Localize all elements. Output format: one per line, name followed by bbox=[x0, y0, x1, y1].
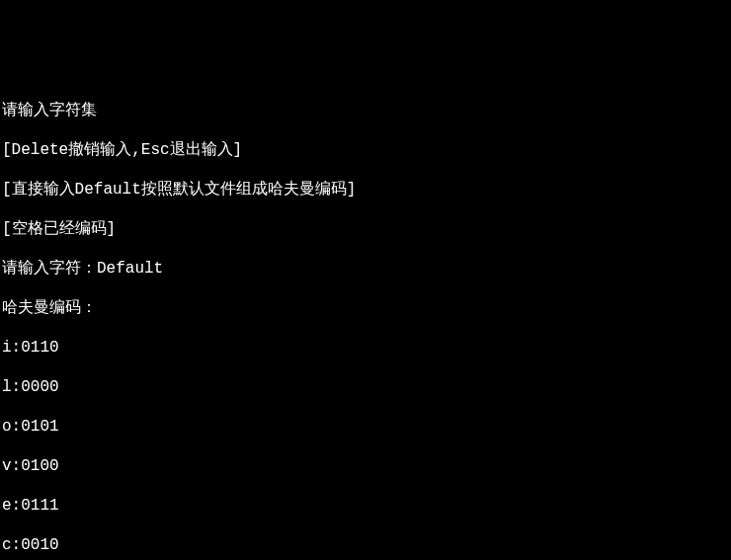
terminal-line: i:0110 bbox=[2, 338, 729, 358]
terminal-line: [Delete撤销输入,Esc退出输入] bbox=[2, 140, 729, 160]
terminal-line: l:0000 bbox=[2, 377, 729, 397]
terminal-line: 请输入字符集 bbox=[2, 101, 729, 120]
terminal-line: 请输入字符：Default bbox=[2, 259, 729, 279]
terminal-line: v:0100 bbox=[2, 456, 729, 476]
terminal-line: [直接输入Default按照默认文件组成哈夫曼编码] bbox=[2, 180, 729, 200]
terminal-line: e:0111 bbox=[2, 496, 729, 516]
terminal-line: 哈夫曼编码： bbox=[2, 298, 729, 318]
terminal-line: o:0101 bbox=[2, 417, 729, 437]
terminal-line: c:0010 bbox=[2, 535, 729, 555]
terminal-output: 请输入字符集 [Delete撤销输入,Esc退出输入] [直接输入Default… bbox=[2, 81, 729, 560]
terminal-line: [空格已经编码] bbox=[2, 219, 729, 239]
